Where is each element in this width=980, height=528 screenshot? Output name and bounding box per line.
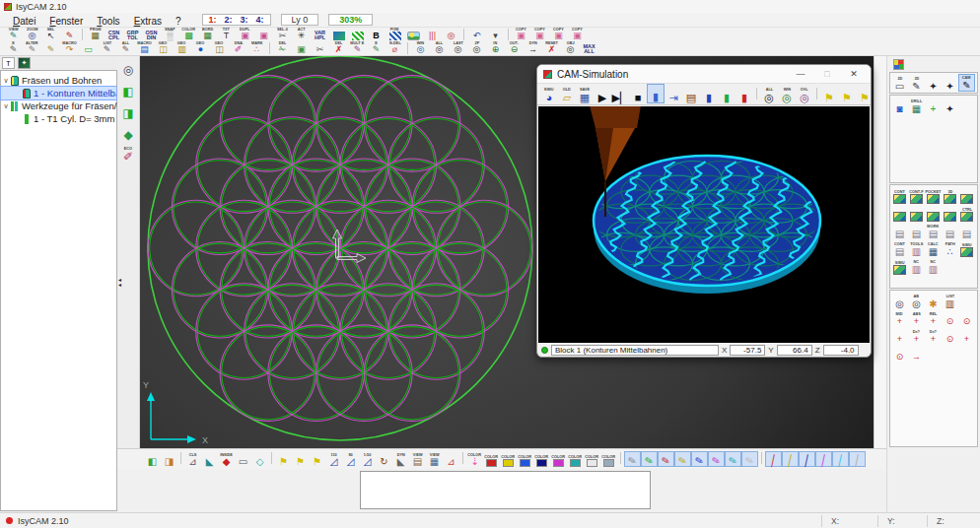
- bottom-toolbar-button[interactable]: ✎: [624, 451, 641, 467]
- toolbar-button[interactable]: MACRO▤: [135, 40, 154, 54]
- cam-toolbar-button[interactable]: ▮: [647, 84, 665, 103]
- bottom-toolbar-button[interactable]: ✎: [708, 451, 725, 467]
- menu-item[interactable]: Datei: [6, 16, 42, 27]
- toolbar-button[interactable]: RESET✗: [542, 40, 561, 54]
- toolbar-button[interactable]: COPY▣: [512, 27, 530, 40]
- operation-button[interactable]: POCKET: [925, 186, 942, 204]
- bottom-toolbar-button[interactable]: COLOR: [483, 451, 500, 467]
- tree-item[interactable]: ∨ Werkzeuge für Fräsen/Bohren: [1, 99, 116, 112]
- bottom-toolbar-button[interactable]: ✎: [691, 451, 708, 467]
- snap-button[interactable]: ⊙: [942, 327, 958, 345]
- strip-button[interactable]: ◆: [118, 124, 138, 142]
- operation-button[interactable]: WORK▤: [925, 222, 942, 239]
- snap-button[interactable]: ⊙: [958, 309, 975, 327]
- toolbar-button[interactable]: E✎: [4, 40, 23, 54]
- snap-button[interactable]: +: [891, 327, 908, 345]
- menu-item[interactable]: ?: [169, 16, 188, 27]
- cam-toolbar-button[interactable]: WIN◎: [778, 84, 796, 103]
- tree-expander-icon[interactable]: ∨: [1, 77, 11, 85]
- tree-item[interactable]: ∨ Fräsen und Bohren: [1, 74, 116, 87]
- cam-toolbar-button[interactable]: SAVE▦: [576, 84, 594, 103]
- cam-toolbar-button[interactable]: ▮: [700, 84, 718, 103]
- toolbar-button[interactable]: N-DEL⌀: [385, 40, 404, 54]
- util-button[interactable]: LIST▥: [942, 292, 958, 309]
- close-button[interactable]: ✕: [843, 69, 865, 79]
- strip-button[interactable]: ◧: [118, 81, 138, 99]
- toolbar-button[interactable]: GEO●: [191, 40, 210, 54]
- command-console[interactable]: [360, 471, 651, 509]
- toolbar-button[interactable]: ▣: [292, 40, 311, 54]
- toolbar-button[interactable]: VARHPL: [311, 27, 329, 40]
- toolbar-button[interactable]: ZOOM◎: [23, 27, 41, 40]
- toolbar-button[interactable]: OUT-⊖: [505, 40, 524, 54]
- toolbar-button[interactable]: OBJ◎: [561, 40, 580, 54]
- tab-layers-icon[interactable]: ✦: [18, 57, 31, 69]
- cam-group-button[interactable]: ✦: [942, 97, 958, 114]
- mode-button[interactable]: ✦: [925, 74, 942, 92]
- collapse-handle-left-icon[interactable]: ◂◂: [118, 278, 121, 288]
- toolbar-button[interactable]: ◎: [442, 27, 460, 40]
- operation-button[interactable]: SIMU: [891, 257, 908, 275]
- cam-toolbar-button[interactable]: OVL◎: [796, 84, 813, 103]
- snap-button[interactable]: MID+: [891, 309, 908, 327]
- operation-button[interactable]: [925, 204, 942, 222]
- bottom-toolbar-button[interactable]: INSIDE◆: [218, 451, 235, 467]
- bottom-toolbar-button[interactable]: ↻: [376, 451, 392, 467]
- bottom-toolbar-button[interactable]: ╱: [765, 451, 782, 467]
- toolbar-button[interactable]: ▾: [486, 27, 505, 40]
- bottom-toolbar-button[interactable]: ▭: [235, 451, 251, 467]
- toolbar-button[interactable]: DEL✁: [273, 40, 292, 54]
- snap-button[interactable]: ⊙: [891, 345, 908, 363]
- toolbar-button[interactable]: MARK∴: [247, 40, 266, 54]
- cam-toolbar-button[interactable]: ⚑: [838, 84, 856, 103]
- menu-item[interactable]: Tools: [90, 16, 126, 27]
- toolbar-button[interactable]: ↶: [467, 27, 486, 40]
- toolbar-button[interactable]: [329, 27, 348, 40]
- bottom-toolbar-button[interactable]: 1:50◿: [359, 451, 376, 467]
- bottom-toolbar-button[interactable]: ◣: [201, 451, 218, 467]
- bottom-toolbar-button[interactable]: ✎: [725, 451, 741, 467]
- toolbar-button[interactable]: CSNCPL: [105, 27, 123, 40]
- toolbar-button[interactable]: SEL↖: [41, 27, 60, 40]
- toolbar-button[interactable]: TXTT: [217, 27, 236, 40]
- bottom-toolbar-button[interactable]: ◧: [144, 451, 161, 467]
- strip-button[interactable]: ◨: [118, 102, 138, 120]
- toolbar-button[interactable]: COPY▣: [549, 27, 568, 40]
- toolbar-button[interactable]: COPY▣: [530, 27, 549, 40]
- operation-button[interactable]: ▤: [942, 222, 958, 239]
- bottom-toolbar-button[interactable]: COLOR: [500, 451, 517, 467]
- cam-toolbar-button[interactable]: ⇥: [665, 84, 682, 103]
- operation-button[interactable]: CALC▦: [925, 239, 942, 257]
- cam-titlebar[interactable]: CAM-Simulation — □ ✕: [537, 65, 871, 83]
- bottom-toolbar-button[interactable]: COLOR: [584, 451, 600, 467]
- mode-button[interactable]: 2D▭: [891, 74, 908, 92]
- cam-toolbar-button[interactable]: ▶: [594, 84, 611, 103]
- bottom-toolbar-button[interactable]: COLOR⇣: [466, 451, 483, 467]
- toolbar-button[interactable]: GEO◫: [154, 40, 173, 54]
- toolbar-button[interactable]: LIST✎: [98, 40, 116, 54]
- toolbar-button[interactable]: DUPL▣: [236, 27, 254, 40]
- cam-group-button[interactable]: ◙: [891, 97, 908, 114]
- toolbar-button[interactable]: ▣: [254, 27, 273, 40]
- bottom-toolbar-button[interactable]: COLOR: [533, 451, 550, 467]
- cam-toolbar-button[interactable]: ■: [629, 84, 647, 103]
- minimize-button[interactable]: —: [790, 69, 811, 79]
- toolbar-button[interactable]: DEL✗: [329, 40, 348, 54]
- toolbar-button[interactable]: [348, 27, 367, 40]
- toolbar-button[interactable]: MAXALL: [580, 40, 598, 54]
- strip-button[interactable]: ◎: [118, 59, 138, 77]
- tree-item[interactable]: 1 - Konturen Mittelbahnen: [1, 87, 116, 99]
- snap-button[interactable]: Dx?+: [908, 327, 925, 345]
- bottom-toolbar-button[interactable]: COLOR: [567, 451, 584, 467]
- toolbar-button[interactable]: [404, 27, 423, 40]
- operation-button[interactable]: [891, 204, 908, 222]
- bottom-toolbar-button[interactable]: ╱: [849, 451, 866, 467]
- operation-button[interactable]: ▤: [891, 222, 908, 239]
- toolbar-button[interactable]: ✎: [60, 27, 79, 40]
- toolbar-button[interactable]: COLOR▩: [179, 27, 198, 40]
- bottom-toolbar-button[interactable]: ◨: [161, 451, 177, 467]
- toolbar-button[interactable]: COPY▣: [568, 27, 587, 40]
- cam-toolbar-button[interactable]: ▶▏: [611, 84, 629, 103]
- view-button[interactable]: 1:: [205, 15, 221, 25]
- operation-button[interactable]: ▤: [958, 222, 975, 239]
